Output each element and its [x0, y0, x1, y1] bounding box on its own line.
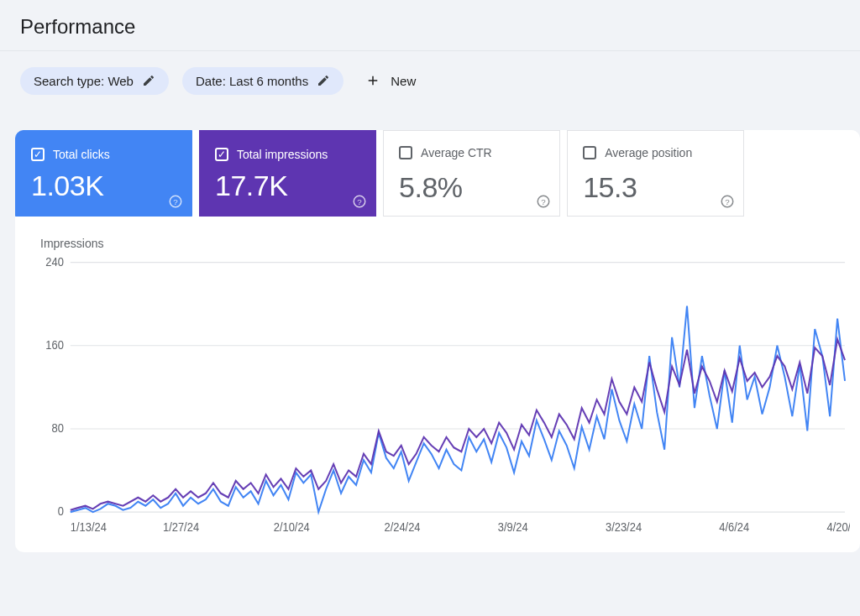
metric-card-impressions[interactable]: ✓ Total impressions 17.7K ? — [199, 130, 376, 217]
svg-text:2/10/24: 2/10/24 — [274, 521, 311, 534]
svg-text:1/13/24: 1/13/24 — [71, 521, 108, 534]
help-icon[interactable]: ? — [536, 194, 551, 209]
metric-card-position[interactable]: Average position 15.3 ? — [567, 130, 744, 217]
pencil-icon — [142, 74, 155, 87]
performance-line-chart[interactable]: 0801602401/13/241/27/242/10/242/24/243/9… — [40, 253, 850, 539]
svg-text:80: 80 — [51, 422, 63, 435]
svg-text:240: 240 — [45, 255, 64, 268]
checkbox-icon — [583, 146, 596, 159]
chart-y-title: Impressions — [40, 237, 850, 250]
metric-label: Average CTR — [421, 146, 492, 159]
metric-label: Total clicks — [53, 148, 110, 161]
checkbox-icon: ✓ — [215, 148, 228, 161]
metric-card-clicks[interactable]: ✓ Total clicks 1.03K ? — [15, 130, 192, 217]
svg-text:160: 160 — [45, 339, 64, 352]
svg-text:3/9/24: 3/9/24 — [498, 521, 528, 534]
new-filter-label: New — [391, 74, 416, 88]
pencil-icon — [317, 74, 330, 87]
metric-spacer — [751, 130, 860, 217]
chip-label: Search type: Web — [34, 74, 134, 88]
checkbox-icon: ✓ — [31, 148, 45, 161]
page-title: Performance — [0, 0, 860, 50]
plus-icon — [365, 73, 380, 88]
metric-label: Average position — [605, 146, 692, 159]
help-icon[interactable]: ? — [168, 194, 183, 209]
svg-text:3/23/24: 3/23/24 — [606, 521, 642, 534]
svg-text:?: ? — [725, 197, 730, 206]
help-icon[interactable]: ? — [352, 194, 367, 209]
svg-text:2/24/24: 2/24/24 — [384, 521, 421, 534]
checkbox-icon — [399, 146, 412, 159]
svg-text:?: ? — [357, 197, 362, 206]
svg-text:4/6/24: 4/6/24 — [719, 521, 749, 534]
metric-row: ✓ Total clicks 1.03K ? ✓ Total impressio… — [15, 130, 860, 217]
metric-value: 1.03K — [31, 170, 176, 202]
metric-value: 5.8% — [399, 171, 544, 204]
performance-panel: ✓ Total clicks 1.03K ? ✓ Total impressio… — [15, 130, 860, 552]
metric-value: 17.7K — [215, 170, 360, 202]
metric-label: Total impressions — [237, 148, 328, 161]
help-icon[interactable]: ? — [720, 194, 735, 209]
svg-text:?: ? — [541, 197, 546, 206]
metric-value: 15.3 — [583, 171, 728, 204]
chart-area: Impressions 0801602401/13/241/27/242/10/… — [15, 217, 860, 539]
svg-text:0: 0 — [58, 505, 64, 518]
new-filter-button[interactable]: New — [357, 66, 424, 95]
filter-chip-search-type[interactable]: Search type: Web — [20, 67, 169, 95]
svg-text:?: ? — [173, 197, 178, 206]
chip-label: Date: Last 6 months — [196, 74, 308, 88]
svg-text:4/20/24: 4/20/24 — [827, 521, 850, 534]
svg-text:1/27/24: 1/27/24 — [163, 521, 200, 534]
filter-bar: Search type: Web Date: Last 6 months New — [0, 51, 860, 110]
filter-chip-date[interactable]: Date: Last 6 months — [182, 67, 343, 95]
metric-card-ctr[interactable]: Average CTR 5.8% ? — [383, 130, 560, 217]
